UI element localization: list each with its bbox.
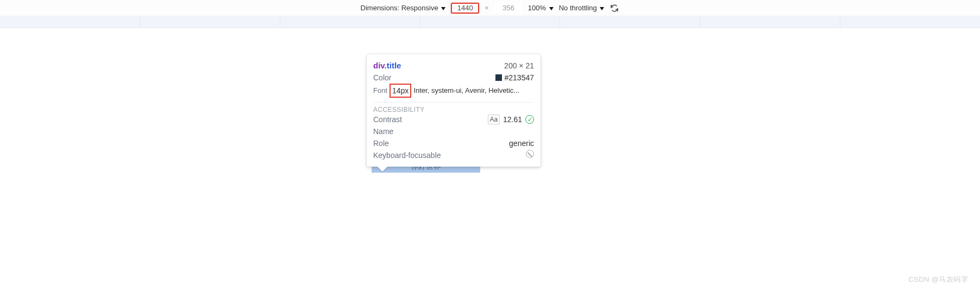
ruler-bar	[0, 16, 980, 28]
ruler-segment	[700, 16, 840, 28]
contrast-label: Contrast	[373, 113, 419, 125]
height-input[interactable]	[494, 3, 523, 14]
name-label: Name	[373, 125, 419, 137]
zoom-dropdown[interactable]: 100%	[528, 4, 554, 12]
dimensions-label: Dimensions: Responsive	[361, 4, 438, 12]
ruler-segment	[0, 16, 140, 28]
role-value: generic	[419, 137, 534, 149]
ruler-segment	[280, 16, 420, 28]
ruler-segment	[140, 16, 280, 28]
ruler-segment	[560, 16, 700, 28]
color-value: #213547	[419, 72, 534, 84]
role-label: Role	[373, 137, 419, 149]
keyboard-focusable-label: Keyboard-focusable	[373, 149, 441, 161]
chevron-down-icon	[441, 7, 445, 10]
font-size-value: 14px	[390, 84, 411, 98]
zoom-value: 100%	[528, 4, 546, 12]
ruler-segment	[840, 16, 980, 28]
watermark: CSDN @马农码字	[908, 275, 968, 284]
width-input[interactable]	[451, 3, 479, 14]
accessibility-heading: ACCESSIBILITY	[373, 102, 534, 113]
keyboard-focusable-value	[441, 149, 534, 161]
color-swatch-icon	[495, 74, 502, 81]
aa-badge: Aa	[488, 115, 500, 124]
contrast-value: 12.61	[503, 113, 522, 125]
device-toolbar: Dimensions: Responsive × 100% No throttl…	[0, 0, 980, 16]
viewport: div.title 200 × 21 Color #213547 Font 14…	[0, 45, 980, 291]
font-family-value: Inter, system-ui, Avenir, Helvetic...	[413, 85, 534, 97]
dimensions-dropdown[interactable]: Dimensions: Responsive	[361, 4, 446, 12]
throttling-value: No throttling	[559, 4, 597, 12]
chevron-down-icon	[600, 7, 604, 10]
no-icon	[526, 150, 534, 158]
element-selector: div.title	[373, 60, 401, 72]
element-tooltip: div.title 200 × 21 Color #213547 Font 14…	[367, 54, 541, 167]
blank-bar	[0, 28, 980, 45]
ruler-segment	[420, 16, 561, 28]
font-label: Font	[373, 85, 387, 97]
rotate-icon[interactable]	[610, 3, 619, 13]
element-tag: div	[373, 61, 385, 70]
times-separator: ×	[485, 4, 489, 12]
element-dimensions: 200 × 21	[504, 60, 534, 72]
contrast-value-group: Aa 12.61 ✓	[419, 113, 534, 125]
color-label: Color	[373, 72, 419, 84]
throttling-dropdown[interactable]: No throttling	[559, 4, 605, 12]
chevron-down-icon	[549, 7, 554, 10]
element-class: .title	[385, 61, 401, 70]
checkmark-icon: ✓	[525, 115, 534, 124]
